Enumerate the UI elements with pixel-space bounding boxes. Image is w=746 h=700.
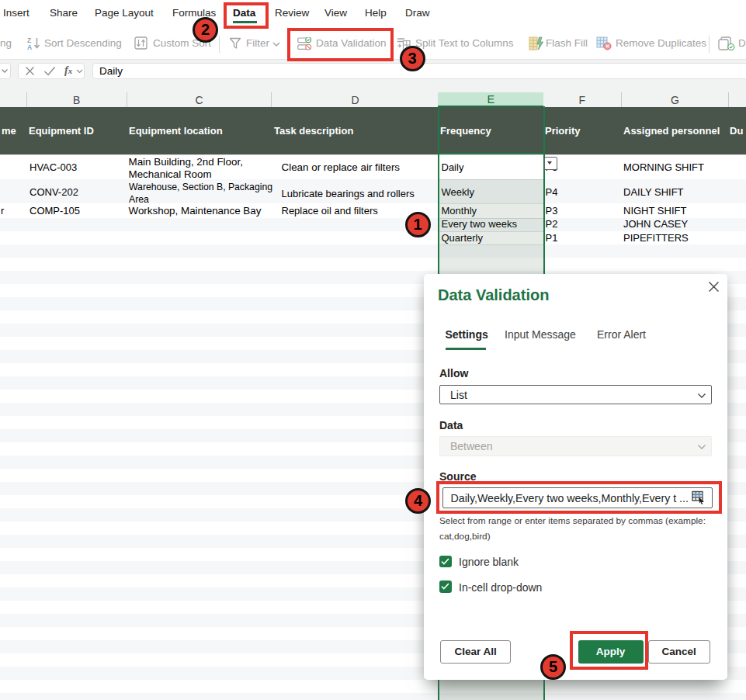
svg-text:A: A <box>27 43 32 50</box>
